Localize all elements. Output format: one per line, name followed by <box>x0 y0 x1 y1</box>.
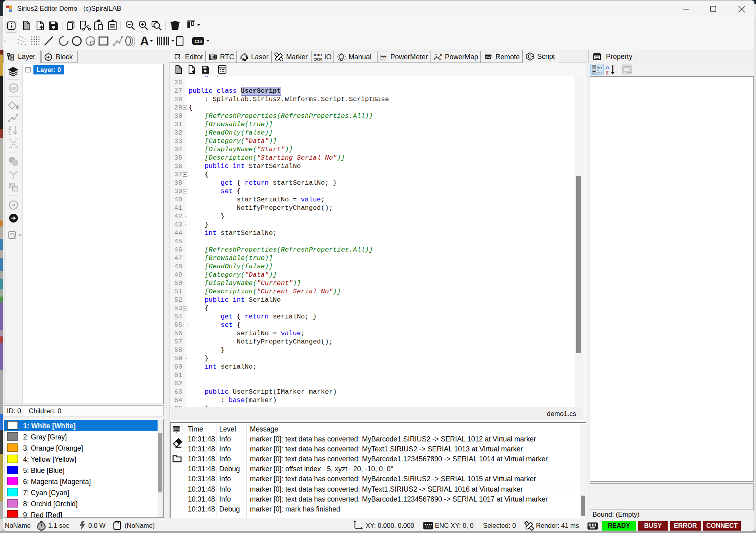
svg-text:3D: 3D <box>10 86 16 91</box>
svg-text:A: A <box>140 34 149 48</box>
svg-text:0101: 0101 <box>314 53 323 57</box>
svg-text:1: 1 <box>8 130 11 136</box>
svg-text:Ctrl: Ctrl <box>195 39 203 44</box>
svg-text:1010: 1010 <box>314 57 322 61</box>
svg-text:Z: Z <box>606 70 609 75</box>
